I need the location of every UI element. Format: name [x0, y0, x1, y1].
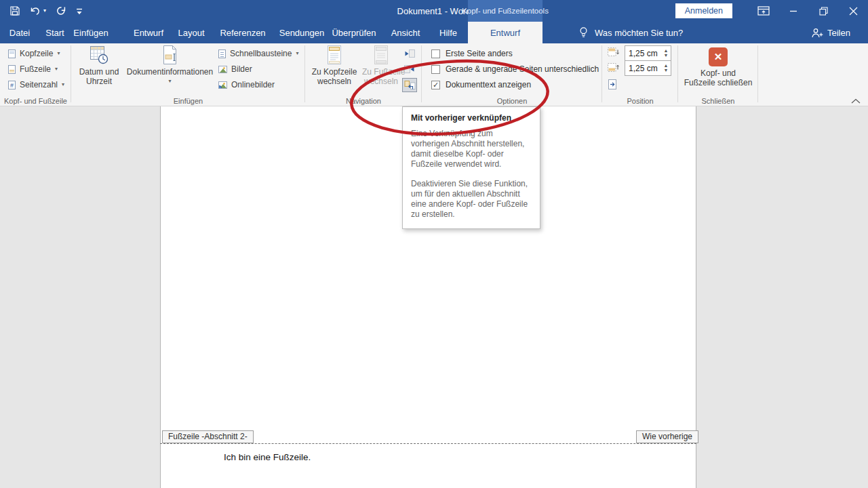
previous-section-icon [404, 49, 415, 59]
titlebar-controls: Anmelden [675, 0, 868, 22]
tab-einfuegen[interactable]: Einfügen [73, 22, 108, 43]
chevron-down-icon: ▾ [55, 66, 58, 72]
naechste-button[interactable] [402, 62, 417, 77]
tooltip-title: Mit vorheriger verknüpfen [411, 113, 532, 123]
chevron-up-icon [851, 98, 861, 104]
go-to-header-icon [325, 45, 344, 65]
tooltip-paragraph-1: Eine Verknüpfung zum vorherigen Abschnit… [411, 129, 532, 169]
zu-fusszeile-wechseln-button-disabled: Zu Fußzeile wechseln [362, 45, 400, 95]
tab-ansicht[interactable]: Ansicht [391, 22, 420, 43]
go-header-label-line2: wechseln [308, 77, 361, 86]
mit-vorheriger-verknuepfen-button[interactable] [402, 78, 417, 92]
checkbox-icon [431, 49, 440, 58]
group-position: 1,25 cm ▲▼ 1,25 cm ▲▼ Position [602, 43, 678, 106]
kopfzeile-button[interactable]: Kopfzeile ▾ [8, 47, 60, 60]
same-as-previous-tag: Wie vorherige [636, 430, 698, 443]
group-label: Position [602, 97, 678, 105]
close-label-line1: Kopf- und [678, 68, 758, 78]
lightbulb-icon [578, 26, 589, 39]
kopf-und-fusszeile-schliessen-button[interactable]: ✕ Kopf- und Fußzeile schließen [678, 47, 758, 98]
close-button[interactable] [838, 0, 868, 22]
close-icon [849, 7, 858, 16]
go-header-label-line1: Zu Kopfzeile [308, 67, 361, 77]
spinner-arrows[interactable]: ▲▼ [661, 64, 671, 73]
tab-layout[interactable]: Layout [178, 22, 204, 43]
tell-me-search[interactable]: Was möchten Sie tun? [578, 22, 683, 43]
bilder-button[interactable]: Bilder [218, 63, 252, 75]
chevron-down-icon: ▾ [296, 51, 298, 56]
erste-seite-anders-checkbox[interactable]: Erste Seite anders [431, 49, 513, 58]
restore-button[interactable] [808, 0, 838, 22]
footer-section-tag: Fußzeile -Abschnitt 2- [162, 430, 254, 443]
dokumentinformationen-button[interactable]: Dokumentinformationen ▾ [124, 45, 216, 95]
datum-und-uhrzeit-button[interactable]: Datum und Uhrzeit [75, 45, 123, 95]
datum-label-line2: Uhrzeit [75, 77, 123, 86]
minimize-button[interactable] [778, 0, 808, 22]
restore-icon [819, 7, 828, 16]
group-label: Schließen [678, 97, 758, 105]
schnellbausteine-label: Schnellbausteine [230, 49, 292, 58]
dokumenttext-anzeigen-checkbox[interactable]: ✓ Dokumenttext anzeigen [431, 80, 531, 89]
tab-start[interactable]: Start [45, 22, 64, 43]
alignment-tab-button[interactable] [607, 79, 618, 93]
group-navigation: Zu Kopfzeile wechseln Zu Fußzeile wechse… [305, 43, 422, 106]
group-label: Einfügen [71, 97, 305, 105]
share-button[interactable]: Teilen [811, 22, 850, 43]
checkbox-label: Erste Seite anders [446, 49, 513, 58]
tab-ueberpruefen[interactable]: Überprüfen [332, 22, 376, 43]
zu-kopfzeile-wechseln-button[interactable]: Zu Kopfzeile wechseln [308, 45, 361, 95]
footer-boundary-line [160, 443, 696, 444]
next-section-icon [404, 64, 415, 75]
tab-entwurf-contextual-active[interactable]: Entwurf [468, 22, 542, 43]
vorherige-button[interactable] [402, 47, 417, 61]
header-from-top-spinner[interactable]: 1,25 cm ▲▼ [625, 45, 671, 61]
seitenzahl-button[interactable]: Seitenzahl ▾ [8, 79, 64, 91]
fusszeile-button[interactable]: Fußzeile ▾ [8, 63, 58, 75]
document-info-icon [161, 45, 180, 65]
spin-down-icon[interactable]: ▼ [664, 68, 669, 73]
sign-in-button[interactable]: Anmelden [675, 3, 732, 18]
group-einfuegen: Datum und Uhrzeit Dokumentinformationen … [71, 43, 305, 106]
tab-entwurf[interactable]: Entwurf [134, 22, 163, 43]
tell-me-label: Was möchten Sie tun? [595, 28, 683, 38]
group-kopf-und-fusszeile: Kopfzeile ▾ Fußzeile ▾ Seitenzahl ▾ Kopf… [0, 43, 71, 106]
spinner-arrows[interactable]: ▲▼ [661, 49, 671, 58]
spin-down-icon[interactable]: ▼ [664, 54, 669, 58]
checkbox-label: Dokumenttext anzeigen [446, 80, 531, 89]
chevron-down-icon: ▾ [57, 51, 60, 56]
kopfzeile-label: Kopfzeile [20, 49, 53, 58]
title-bar: ▾ Dokument1 - Word Kopf- und Fußzeilento… [0, 0, 868, 22]
tooltip-paragraph-2: Deaktivieren Sie diese Funktion, um für … [411, 179, 532, 220]
schnellbausteine-button[interactable]: Schnellbausteine ▾ [218, 47, 298, 60]
minimize-icon [789, 7, 797, 15]
header-page-icon [8, 49, 16, 58]
onlinebilder-button[interactable]: Onlinebilder [218, 79, 275, 91]
ribbon-display-options-icon [757, 6, 770, 16]
group-label: Optionen [422, 97, 602, 105]
footer-text[interactable]: Ich bin eine Fußzeile. [224, 452, 311, 462]
checkbox-checked-icon: ✓ [431, 81, 440, 89]
tab-datei[interactable]: Datei [9, 22, 30, 43]
ribbon-display-options-button[interactable] [749, 0, 778, 22]
header-from-top-icon [607, 47, 620, 60]
tab-hilfe[interactable]: Hilfe [439, 22, 457, 43]
checkbox-icon [431, 65, 440, 74]
bilder-label: Bilder [231, 64, 252, 74]
checkbox-label: Gerade & ungerade Seiten unterschiedlich [446, 64, 599, 74]
dokumentinfo-label: Dokumentinformationen [124, 67, 216, 77]
tab-sendungen[interactable]: Sendungen [279, 22, 325, 43]
gerade-ungerade-checkbox[interactable]: Gerade & ungerade Seiten unterschiedlich [431, 64, 599, 74]
seitenzahl-label: Seitenzahl [20, 80, 58, 89]
footer-from-bottom-spinner[interactable]: 1,25 cm ▲▼ [625, 60, 671, 76]
go-footer-label-line2: wechseln [362, 77, 400, 86]
collapse-ribbon-button[interactable] [849, 96, 863, 106]
online-pictures-icon [218, 81, 227, 89]
onlinebilder-label: Onlinebilder [231, 80, 275, 89]
date-time-icon [89, 45, 109, 65]
ribbon: Kopfzeile ▾ Fußzeile ▾ Seitenzahl ▾ Kopf… [0, 43, 868, 106]
fusszeile-label: Fußzeile [20, 64, 51, 74]
share-label: Teilen [827, 28, 850, 38]
tooltip-mit-vorheriger-verknuepfen: Mit vorheriger verknüpfen Eine Verknüpfu… [402, 106, 540, 229]
tab-referenzen[interactable]: Referenzen [220, 22, 265, 43]
close-header-footer-icon: ✕ [709, 47, 728, 66]
